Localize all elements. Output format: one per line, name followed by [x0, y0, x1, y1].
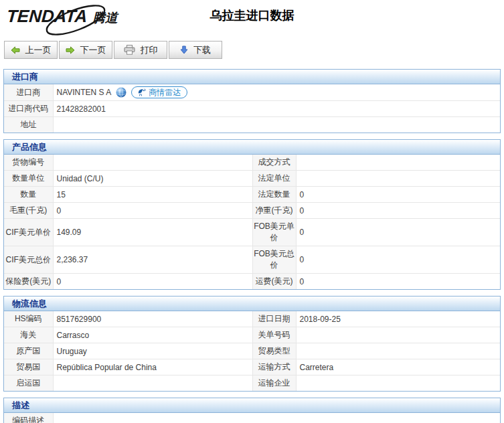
- table-row: 海关 Carrasco 关单号码: [4, 327, 500, 343]
- radar-dish-icon: [138, 88, 146, 96]
- logo-chinese-label: 腾道: [92, 11, 118, 25]
- legal-quantity-value: 0: [296, 187, 500, 203]
- cargo-number-label: 货物编号: [4, 155, 53, 171]
- table-row: 编码描述: [4, 413, 500, 423]
- trading-country-label: 贸易国: [4, 359, 53, 375]
- gross-weight-label: 毛重(千克): [4, 203, 53, 219]
- trade-type-label: 贸易类型: [252, 343, 296, 359]
- download-label: 下载: [193, 44, 211, 56]
- table-row: HS编码 8517629900 进口日期 2018-09-25: [4, 311, 500, 327]
- next-page-button[interactable]: 下一页: [59, 41, 112, 59]
- table-row: CIF美元单价 149.09 FOB美元单价 0: [4, 219, 500, 246]
- freight-fee-label: 运费(美元): [252, 274, 296, 290]
- quantity-unit-label: 数量单位: [4, 171, 53, 187]
- print-label: 打印: [141, 44, 158, 56]
- product-section-title: 产品信息: [4, 140, 500, 155]
- import-date-value: 2018-09-25: [296, 311, 500, 327]
- tendata-logo: TENDATA 腾道: [7, 6, 124, 35]
- customs-label: 海关: [4, 327, 53, 343]
- hs-code-label: HS编码: [4, 311, 53, 327]
- table-row: 保险费(美元) 0 运费(美元) 0: [4, 274, 500, 290]
- fob-unit-price-label: FOB美元单价: [252, 219, 296, 246]
- logistics-table: HS编码 8517629900 进口日期 2018-09-25 海关 Carra…: [4, 311, 500, 391]
- cif-unit-price-label: CIF美元单价: [4, 219, 53, 246]
- description-table: 编码描述 产品描述 APPLE TV. ITEM 9 .-: [4, 413, 500, 423]
- importer-table: 进口商 NAVINTEN S A: [4, 84, 500, 133]
- top-bar: 乌拉圭进口数据 TENDATA 腾道: [0, 0, 504, 38]
- importer-section: 进口商 进口商 NAVINTEN S A: [3, 69, 501, 133]
- departure-country-value: [53, 375, 252, 392]
- cif-total-price-value: 2,236.37: [53, 246, 252, 274]
- business-radar-label: 商情雷达: [149, 87, 181, 98]
- importer-name-cell: NAVINTEN S A: [53, 84, 500, 101]
- origin-country-label: 原产国: [4, 343, 53, 359]
- print-button[interactable]: 打印: [114, 41, 167, 59]
- arrow-down-icon: [180, 46, 188, 54]
- product-table: 货物编号 成交方式 数量单位 Unidad (C/U) 法定单位 数量 15 法…: [4, 155, 500, 289]
- legal-unit-value: [296, 171, 500, 187]
- legal-unit-label: 法定单位: [252, 171, 296, 187]
- declaration-number-label: 关单号码: [252, 327, 296, 343]
- table-row: 贸易国 República Popular de China 运输方式 Carr…: [4, 359, 500, 375]
- insurance-fee-value: 0: [53, 274, 252, 290]
- code-description-value: [53, 413, 500, 423]
- quantity-unit-value: Unidad (C/U): [53, 171, 252, 187]
- arrow-left-icon: [11, 46, 20, 54]
- next-page-label: 下一页: [80, 44, 106, 56]
- cargo-number-value: [53, 155, 252, 171]
- fob-total-price-value: 0: [296, 246, 500, 274]
- importer-section-title: 进口商: [4, 70, 500, 84]
- download-button[interactable]: 下载: [169, 41, 222, 59]
- net-weight-value: 0: [296, 203, 500, 219]
- printer-icon: [124, 45, 135, 55]
- customs-value: Carrasco: [53, 327, 252, 343]
- fob-unit-price-value: 0: [296, 219, 500, 246]
- trade-type-value: [296, 343, 500, 359]
- logistics-section-title: 物流信息: [4, 297, 500, 311]
- insurance-fee-label: 保险费(美元): [4, 274, 53, 290]
- business-radar-button[interactable]: 商情雷达: [131, 86, 187, 98]
- toolbar: 上一页 下一页 打印 下载: [4, 41, 504, 59]
- quantity-label: 数量: [4, 187, 53, 203]
- table-row: 地址: [4, 117, 500, 133]
- table-row: 进口商 NAVINTEN S A: [4, 84, 500, 101]
- cif-total-price-label: CIF美元总价: [4, 246, 53, 274]
- departure-country-label: 启运国: [4, 375, 53, 392]
- table-row: 数量 15 法定数量 0: [4, 187, 500, 203]
- origin-country-value: Uruguay: [53, 343, 252, 359]
- importer-name-value: NAVINTEN S A: [57, 88, 112, 97]
- globe-icon[interactable]: [116, 87, 127, 98]
- previous-page-label: 上一页: [25, 44, 52, 56]
- table-row: CIF美元总价 2,236.37 FOB美元总价 0: [4, 246, 500, 274]
- previous-page-button[interactable]: 上一页: [4, 41, 58, 59]
- importer-code-value: 21428282001: [53, 101, 500, 117]
- importer-name-label: 进口商: [4, 84, 53, 101]
- table-row: 数量单位 Unidad (C/U) 法定单位: [4, 171, 500, 187]
- importer-address-label: 地址: [4, 117, 53, 133]
- importer-address-value: [53, 117, 500, 133]
- table-row: 原产国 Uruguay 贸易类型: [4, 343, 500, 359]
- declaration-number-value: [296, 327, 500, 343]
- quantity-value: 15: [53, 187, 252, 203]
- transaction-mode-value: [296, 155, 500, 171]
- cif-unit-price-value: 149.09: [53, 219, 252, 246]
- transport-company-value: [296, 375, 500, 392]
- net-weight-label: 净重(千克): [252, 203, 296, 219]
- table-row: 启运国 运输企业: [4, 375, 500, 392]
- logistics-section: 物流信息 HS编码 8517629900 进口日期 2018-09-25 海关 …: [3, 296, 501, 392]
- code-description-label: 编码描述: [4, 413, 53, 423]
- table-row: 货物编号 成交方式: [4, 155, 500, 171]
- transport-mode-label: 运输方式: [252, 359, 296, 375]
- hs-code-value: 8517629900: [53, 311, 252, 327]
- trading-country-value: República Popular de China: [53, 359, 252, 375]
- fob-total-price-label: FOB美元总价: [252, 246, 296, 274]
- import-date-label: 进口日期: [252, 311, 296, 327]
- description-section: 描述 编码描述 产品描述 APPLE TV. ITEM 9 .-: [3, 398, 501, 423]
- description-section-title: 描述: [4, 398, 500, 413]
- logo-wordmark: TENDATA: [6, 6, 88, 27]
- legal-quantity-label: 法定数量: [252, 187, 296, 203]
- product-section: 产品信息 货物编号 成交方式 数量单位 Unidad (C/U) 法定单位 数量…: [3, 139, 501, 290]
- arrow-right-icon: [66, 46, 75, 54]
- transport-mode-value: Carretera: [296, 359, 500, 375]
- transaction-mode-label: 成交方式: [252, 155, 296, 171]
